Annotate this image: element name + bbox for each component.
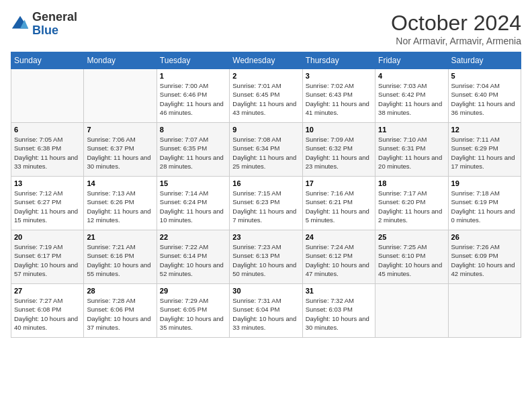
daylight-text: Daylight: 11 hours and 33 minutes. bbox=[14, 154, 78, 170]
daylight-text: Daylight: 10 hours and 40 minutes. bbox=[14, 315, 78, 331]
logo-icon bbox=[11, 15, 30, 34]
sunrise-text: Sunrise: 7:31 AM bbox=[232, 297, 281, 304]
calendar-cell: 31 Sunrise: 7:32 AM Sunset: 6:03 PM Dayl… bbox=[302, 284, 375, 338]
sunrise-text: Sunrise: 7:05 AM bbox=[14, 136, 62, 143]
calendar-week-row: 27 Sunrise: 7:27 AM Sunset: 6:08 PM Dayl… bbox=[11, 284, 521, 338]
daylight-text: Daylight: 11 hours and 36 minutes. bbox=[451, 100, 515, 116]
daylight-text: Daylight: 11 hours and 38 minutes. bbox=[378, 100, 442, 116]
day-number: 9 bbox=[232, 126, 299, 134]
calendar-cell bbox=[84, 69, 157, 123]
daylight-text: Daylight: 10 hours and 35 minutes. bbox=[160, 315, 224, 331]
day-of-week-header: Monday bbox=[84, 52, 157, 69]
day-number: 21 bbox=[87, 233, 153, 241]
sunrise-text: Sunrise: 7:21 AM bbox=[87, 243, 135, 250]
daylight-text: Daylight: 10 hours and 52 minutes. bbox=[160, 261, 224, 277]
daylight-text: Daylight: 10 hours and 55 minutes. bbox=[87, 261, 150, 277]
calendar-cell: 8 Sunrise: 7:07 AM Sunset: 6:35 PM Dayli… bbox=[157, 123, 229, 177]
day-number: 15 bbox=[160, 179, 226, 187]
day-info: Sunrise: 7:17 AM Sunset: 6:20 PM Dayligh… bbox=[378, 189, 445, 224]
day-number: 25 bbox=[378, 233, 445, 241]
day-number: 16 bbox=[232, 179, 299, 187]
logo-text: General Blue bbox=[32, 11, 77, 38]
calendar-cell: 29 Sunrise: 7:29 AM Sunset: 6:05 PM Dayl… bbox=[157, 284, 229, 338]
day-info: Sunrise: 7:07 AM Sunset: 6:35 PM Dayligh… bbox=[160, 135, 226, 171]
daylight-text: Daylight: 11 hours and 25 minutes. bbox=[232, 154, 296, 170]
day-number: 11 bbox=[378, 126, 445, 134]
calendar-week-row: 20 Sunrise: 7:19 AM Sunset: 6:17 PM Dayl… bbox=[11, 230, 521, 284]
daylight-text: Daylight: 10 hours and 30 minutes. bbox=[306, 315, 369, 331]
sunrise-text: Sunrise: 7:32 AM bbox=[306, 297, 354, 304]
daylight-text: Daylight: 10 hours and 45 minutes. bbox=[378, 261, 442, 277]
day-info: Sunrise: 7:05 AM Sunset: 6:38 PM Dayligh… bbox=[14, 135, 81, 171]
day-info: Sunrise: 7:15 AM Sunset: 6:23 PM Dayligh… bbox=[232, 189, 299, 224]
daylight-text: Daylight: 11 hours and 20 minutes. bbox=[378, 154, 442, 170]
calendar-cell: 23 Sunrise: 7:23 AM Sunset: 6:13 PM Dayl… bbox=[230, 230, 302, 284]
day-info: Sunrise: 7:21 AM Sunset: 6:16 PM Dayligh… bbox=[87, 242, 153, 278]
sunrise-text: Sunrise: 7:07 AM bbox=[160, 136, 208, 143]
calendar-cell: 25 Sunrise: 7:25 AM Sunset: 6:10 PM Dayl… bbox=[375, 230, 448, 284]
page-header: General Blue October 2024 Nor Armavir, A… bbox=[11, 11, 521, 46]
sunset-text: Sunset: 6:43 PM bbox=[306, 91, 353, 98]
sunrise-text: Sunrise: 7:01 AM bbox=[232, 82, 281, 89]
day-number: 26 bbox=[451, 233, 518, 241]
day-info: Sunrise: 7:02 AM Sunset: 6:43 PM Dayligh… bbox=[306, 81, 372, 117]
day-number: 24 bbox=[306, 233, 372, 241]
sunset-text: Sunset: 6:14 PM bbox=[160, 252, 207, 259]
daylight-text: Daylight: 10 hours and 47 minutes. bbox=[306, 261, 369, 277]
sunrise-text: Sunrise: 7:00 AM bbox=[160, 82, 208, 89]
day-info: Sunrise: 7:27 AM Sunset: 6:08 PM Dayligh… bbox=[14, 296, 81, 332]
day-info: Sunrise: 7:29 AM Sunset: 6:05 PM Dayligh… bbox=[160, 296, 226, 332]
calendar-cell: 13 Sunrise: 7:12 AM Sunset: 6:27 PM Dayl… bbox=[11, 177, 84, 230]
daylight-text: Daylight: 11 hours and 10 minutes. bbox=[160, 208, 224, 224]
day-of-week-header: Friday bbox=[375, 52, 448, 69]
sunrise-text: Sunrise: 7:24 AM bbox=[306, 243, 354, 250]
day-info: Sunrise: 7:25 AM Sunset: 6:10 PM Dayligh… bbox=[378, 242, 445, 278]
day-info: Sunrise: 7:32 AM Sunset: 6:03 PM Dayligh… bbox=[306, 296, 372, 332]
calendar-week-row: 13 Sunrise: 7:12 AM Sunset: 6:27 PM Dayl… bbox=[11, 177, 521, 230]
sunset-text: Sunset: 6:17 PM bbox=[14, 252, 61, 259]
calendar-cell: 17 Sunrise: 7:16 AM Sunset: 6:21 PM Dayl… bbox=[302, 177, 375, 230]
daylight-text: Daylight: 11 hours and 30 minutes. bbox=[87, 154, 150, 170]
daylight-text: Daylight: 11 hours and 17 minutes. bbox=[451, 154, 515, 170]
daylight-text: Daylight: 10 hours and 42 minutes. bbox=[451, 261, 515, 277]
calendar-cell: 2 Sunrise: 7:01 AM Sunset: 6:45 PM Dayli… bbox=[230, 69, 302, 123]
calendar-cell: 12 Sunrise: 7:11 AM Sunset: 6:29 PM Dayl… bbox=[448, 123, 521, 177]
sunset-text: Sunset: 6:21 PM bbox=[306, 198, 353, 205]
sunset-text: Sunset: 6:46 PM bbox=[160, 91, 207, 98]
day-info: Sunrise: 7:14 AM Sunset: 6:24 PM Dayligh… bbox=[160, 189, 226, 224]
sunrise-text: Sunrise: 7:19 AM bbox=[14, 243, 62, 250]
calendar-cell: 7 Sunrise: 7:06 AM Sunset: 6:37 PM Dayli… bbox=[84, 123, 157, 177]
sunrise-text: Sunrise: 7:23 AM bbox=[232, 243, 281, 250]
daylight-text: Daylight: 11 hours and 2 minutes. bbox=[378, 208, 442, 224]
day-number: 3 bbox=[306, 72, 372, 80]
calendar-cell: 15 Sunrise: 7:14 AM Sunset: 6:24 PM Dayl… bbox=[157, 177, 229, 230]
day-info: Sunrise: 7:19 AM Sunset: 6:17 PM Dayligh… bbox=[14, 242, 81, 278]
day-info: Sunrise: 7:04 AM Sunset: 6:40 PM Dayligh… bbox=[451, 81, 518, 117]
day-number: 1 bbox=[160, 72, 226, 80]
day-number: 8 bbox=[160, 126, 226, 134]
day-info: Sunrise: 7:16 AM Sunset: 6:21 PM Dayligh… bbox=[306, 189, 372, 224]
calendar-cell: 16 Sunrise: 7:15 AM Sunset: 6:23 PM Dayl… bbox=[230, 177, 302, 230]
day-info: Sunrise: 7:22 AM Sunset: 6:14 PM Dayligh… bbox=[160, 242, 226, 278]
sunrise-text: Sunrise: 7:15 AM bbox=[232, 189, 281, 197]
daylight-text: Daylight: 11 hours and 46 minutes. bbox=[160, 100, 224, 116]
day-number: 20 bbox=[14, 233, 81, 241]
day-info: Sunrise: 7:00 AM Sunset: 6:46 PM Dayligh… bbox=[160, 81, 226, 117]
daylight-text: Daylight: 10 hours and 37 minutes. bbox=[87, 315, 150, 331]
sunset-text: Sunset: 6:04 PM bbox=[232, 306, 279, 313]
daylight-text: Daylight: 11 hours and 0 minutes. bbox=[451, 208, 515, 224]
calendar-cell: 3 Sunrise: 7:02 AM Sunset: 6:43 PM Dayli… bbox=[302, 69, 375, 123]
calendar-table: SundayMondayTuesdayWednesdayThursdayFrid… bbox=[11, 52, 521, 338]
daylight-text: Daylight: 11 hours and 15 minutes. bbox=[14, 208, 78, 224]
calendar-cell: 4 Sunrise: 7:03 AM Sunset: 6:42 PM Dayli… bbox=[375, 69, 448, 123]
day-of-week-header: Tuesday bbox=[157, 52, 229, 69]
calendar-cell: 18 Sunrise: 7:17 AM Sunset: 6:20 PM Dayl… bbox=[375, 177, 448, 230]
sunset-text: Sunset: 6:09 PM bbox=[451, 252, 498, 259]
day-info: Sunrise: 7:10 AM Sunset: 6:31 PM Dayligh… bbox=[378, 135, 445, 171]
daylight-text: Daylight: 11 hours and 7 minutes. bbox=[232, 208, 296, 224]
sunset-text: Sunset: 6:31 PM bbox=[378, 144, 425, 152]
calendar-cell bbox=[375, 284, 448, 338]
day-of-week-header: Sunday bbox=[11, 52, 84, 69]
day-number: 10 bbox=[306, 126, 372, 134]
day-number: 13 bbox=[14, 179, 81, 187]
